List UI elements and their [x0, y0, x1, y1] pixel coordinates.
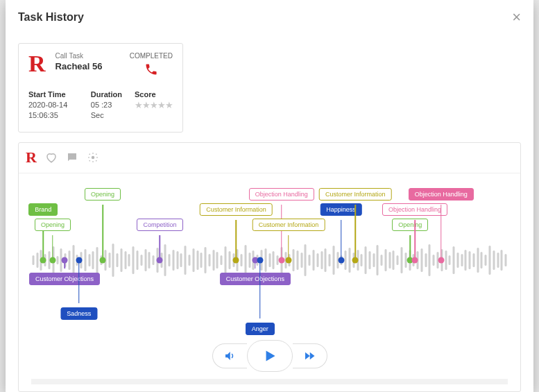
waveform-bar: [148, 252, 151, 269]
marker-dot-icon: [285, 257, 291, 263]
start-time-col: Start Time 2020-08-14 15:06:35: [28, 90, 78, 121]
waveform-bar: [124, 251, 126, 269]
score-label: Score: [135, 90, 173, 99]
waveform-bar: [216, 252, 219, 269]
waveform-bar: [164, 244, 166, 276]
waveform-bar: [373, 253, 375, 267]
waveform-bar: [264, 248, 266, 272]
duration-value: 05 :23 Sec: [91, 100, 122, 121]
task-history-modal: Task History × R Call Task Racheal 56 CO…: [6, 0, 533, 392]
waveform-bar: [84, 249, 86, 271]
marker-tag: Anger: [246, 323, 275, 335]
marker-stick: [409, 235, 411, 257]
score-col: Score ★★★★★: [135, 90, 173, 121]
marker-dot-icon: [100, 257, 106, 263]
marker-stick: [259, 263, 261, 318]
marker-stick: [440, 205, 442, 257]
waveform-bar: [248, 253, 250, 268]
waveform-bar: [200, 253, 203, 268]
marker-tag: Customer Objections: [29, 273, 100, 285]
waveform-bar: [132, 246, 135, 274]
progress-bar[interactable]: [31, 379, 508, 384]
marker-dot-icon: [278, 257, 284, 263]
marker-tag: Opening: [392, 219, 428, 231]
audio-timeline[interactable]: BrandOpeningCustomer ObjectionsSadnessOp…: [31, 187, 508, 333]
volume-button[interactable]: [212, 343, 247, 368]
waveform-bar: [68, 250, 70, 270]
waveform-bar: [497, 253, 499, 268]
marker-dot-icon: [352, 257, 359, 263]
waveform-bar: [305, 244, 307, 276]
waveform-bar: [205, 247, 207, 273]
marker-dot-icon: [233, 257, 239, 263]
waveform-bar: [192, 248, 194, 272]
comment-icon[interactable]: [66, 151, 78, 164]
waveform-bar: [244, 245, 246, 275]
task-card: R Call Task Racheal 56 COMPLETED Start T…: [18, 43, 183, 133]
marker-stick: [236, 220, 237, 257]
waveform-bar: [224, 246, 226, 274]
waveform-bar: [180, 253, 182, 267]
card-heading: Call Task Racheal 56: [55, 52, 130, 71]
waveform-bar: [136, 250, 138, 270]
brand-badge-small: R: [26, 148, 37, 167]
start-time-value: 2020-08-14 15:06:35: [28, 100, 78, 121]
marker-tag: Customer Information: [253, 219, 325, 231]
waveform-bar: [196, 250, 198, 270]
waveform-bar: [361, 254, 363, 266]
waveform-bar: [88, 254, 90, 266]
waveform-bar: [96, 247, 99, 273]
waveform-bar: [345, 250, 347, 270]
svg-point-0: [92, 156, 95, 160]
fast-forward-button[interactable]: [293, 343, 327, 368]
card-status-block: COMPLETED: [130, 52, 173, 79]
waveform-bar: [112, 244, 114, 277]
waveform-bar: [384, 249, 386, 271]
close-icon[interactable]: ×: [512, 10, 521, 25]
audio-panel: R BrandOpeningCustomer ObjectionsSadness…: [18, 142, 521, 392]
waveform-bar: [144, 249, 146, 271]
waveform-bar: [325, 248, 327, 272]
waveform-bar: [377, 245, 379, 275]
waveform-bar: [309, 255, 311, 266]
waveform-bar: [493, 250, 495, 270]
waveform-bar: [172, 250, 174, 271]
modal-title: Task History: [18, 11, 84, 24]
settings-icon[interactable]: [87, 151, 99, 164]
marker-stick: [102, 205, 103, 257]
marker-tag: Objection Handling: [249, 188, 314, 201]
waveform-bar: [348, 248, 350, 273]
marker-stick: [255, 263, 256, 269]
waveform-bar: [425, 253, 427, 267]
waveform-bar: [477, 248, 479, 273]
marker-stick: [64, 263, 65, 269]
marker-dot-icon: [338, 257, 344, 263]
modal-header: Task History ×: [6, 0, 533, 32]
marker-stick: [414, 220, 416, 257]
waveform-bar: [365, 246, 367, 274]
waveform-bar: [140, 255, 142, 266]
waveform-bar: [169, 254, 171, 266]
waveform-bar: [368, 251, 370, 269]
brand-badge: R: [28, 52, 46, 76]
waveform-bar: [241, 254, 243, 266]
waveform-bar: [320, 251, 323, 269]
marker-tag: Customer Information: [319, 188, 392, 201]
marker-dot-icon: [412, 257, 418, 263]
waveform-bar: [453, 246, 455, 274]
waveform-bar: [56, 256, 58, 264]
task-type: Call Task: [55, 52, 130, 60]
phone-icon: [130, 62, 173, 79]
waveform-bar: [456, 253, 459, 268]
play-button[interactable]: [247, 340, 293, 372]
waveform-bar: [185, 246, 187, 275]
marker-stick: [281, 205, 282, 257]
waveform-bar: [300, 253, 302, 268]
waveform-bar: [32, 255, 34, 265]
marker-tag: Opening: [35, 219, 71, 231]
marker-tag: Objection Handling: [409, 188, 474, 201]
waveform-bar: [489, 246, 491, 275]
waveform-bar: [481, 252, 483, 269]
heart-icon[interactable]: [45, 151, 58, 164]
waveform-bar: [212, 250, 214, 271]
